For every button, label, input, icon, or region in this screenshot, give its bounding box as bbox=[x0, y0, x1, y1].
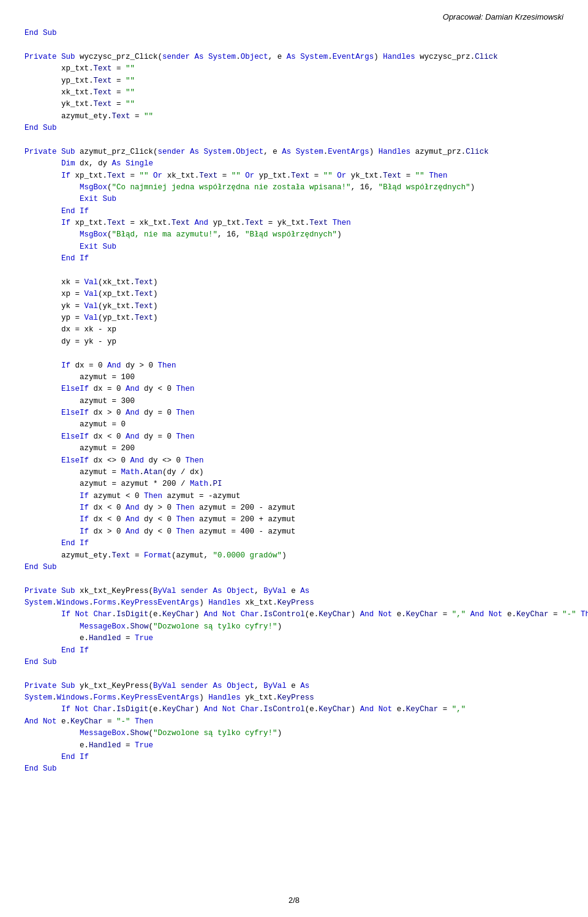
page-number: 2/8 bbox=[288, 896, 300, 905]
code-content: End Sub Private Sub wyczysc_prz_Click(se… bbox=[24, 28, 564, 775]
author-text: Opracował: Damian Krzesimowski bbox=[443, 12, 564, 21]
page: Opracował: Damian Krzesimowski End Sub P… bbox=[0, 0, 588, 917]
page-footer: 2/8 bbox=[0, 896, 588, 905]
page-header: Opracował: Damian Krzesimowski bbox=[24, 12, 564, 21]
